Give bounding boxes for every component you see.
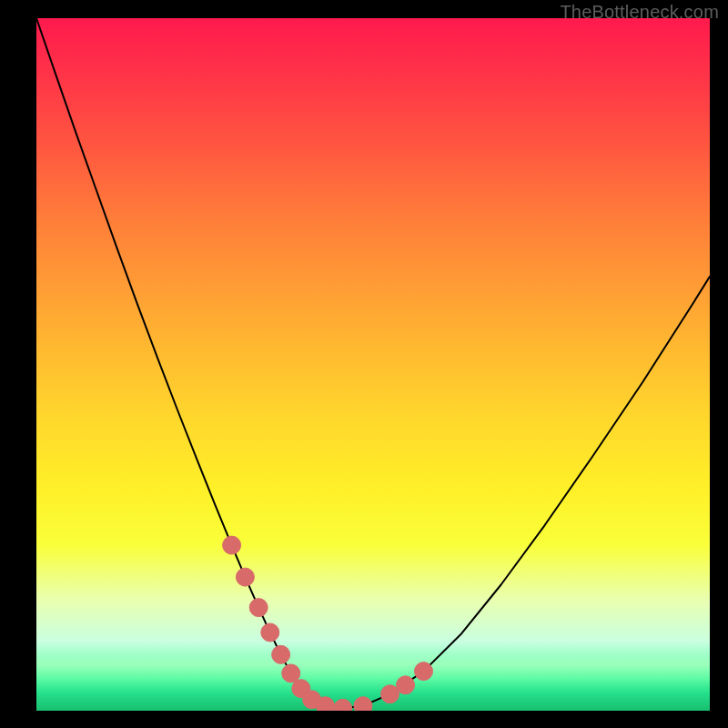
highlight-dot [415, 662, 433, 681]
highlight-dot [261, 623, 279, 642]
highlight-dot [397, 676, 415, 694]
highlight-dot [354, 697, 372, 711]
highlight-dot [282, 664, 300, 682]
highlight-dot [272, 645, 290, 663]
highlight-dot [236, 568, 254, 586]
highlight-markers [223, 536, 433, 711]
highlight-dot [316, 697, 334, 711]
chart-stage: TheBottleneck.com [0, 0, 728, 728]
highlight-dot [334, 699, 352, 711]
bottom-black-strip [36, 711, 710, 728]
plot-area [36, 18, 710, 711]
highlight-dot [223, 536, 241, 554]
highlight-dot [249, 599, 268, 617]
curve-svg [36, 18, 710, 711]
bottleneck-curve [36, 18, 710, 708]
